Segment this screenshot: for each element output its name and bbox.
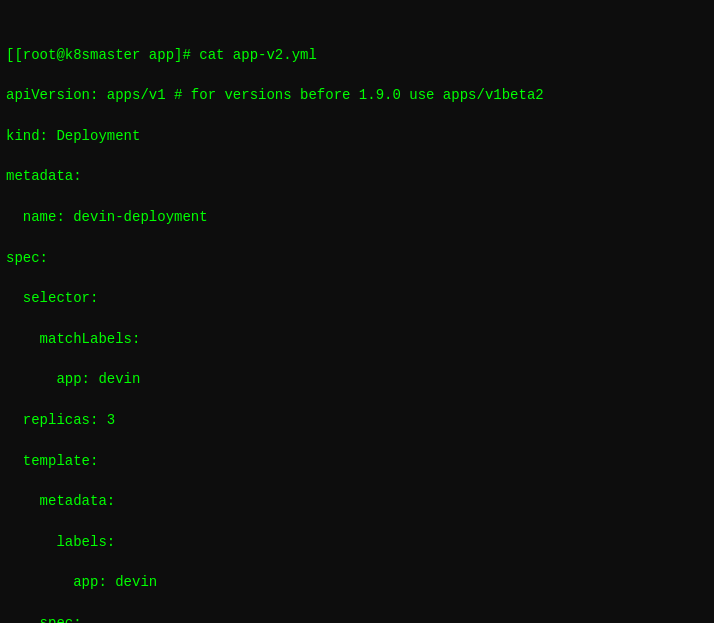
line-8: matchLabels: bbox=[6, 329, 708, 349]
line-13: labels: bbox=[6, 532, 708, 552]
line-7: selector: bbox=[6, 288, 708, 308]
line-1: [[root@k8smaster app]# cat app-v2.yml bbox=[6, 45, 708, 65]
line-9: app: devin bbox=[6, 369, 708, 389]
line-14: app: devin bbox=[6, 572, 708, 592]
line-6: spec: bbox=[6, 248, 708, 268]
terminal-window: [[root@k8smaster app]# cat app-v2.yml ap… bbox=[0, 0, 714, 623]
line-4: metadata: bbox=[6, 166, 708, 186]
terminal-content: [[root@k8smaster app]# cat app-v2.yml ap… bbox=[0, 0, 714, 623]
line-3: kind: Deployment bbox=[6, 126, 708, 146]
line-5: name: devin-deployment bbox=[6, 207, 708, 227]
line-2: apiVersion: apps/v1 # for versions befor… bbox=[6, 85, 708, 105]
line-11: template: bbox=[6, 451, 708, 471]
line-10: replicas: 3 bbox=[6, 410, 708, 430]
line-12: metadata: bbox=[6, 491, 708, 511]
line-15: spec: bbox=[6, 613, 708, 623]
